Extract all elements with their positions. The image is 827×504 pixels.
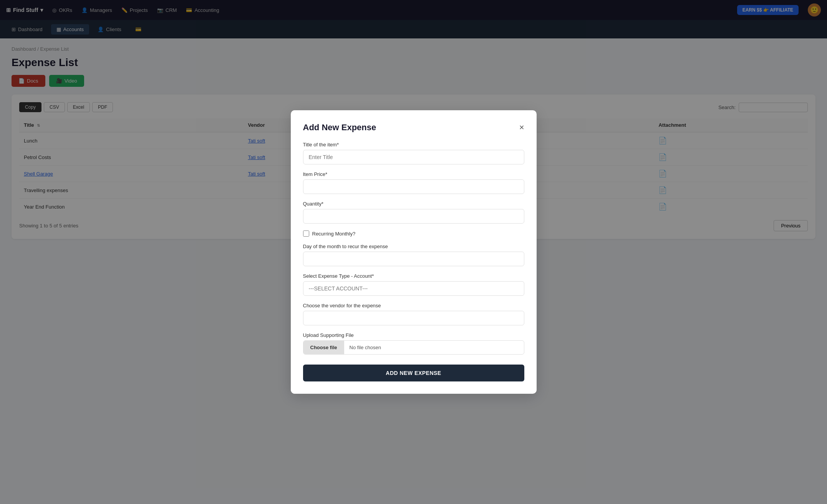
modal-title: Add New Expense: [303, 123, 376, 133]
day-field-label: Day of the month to recur the expense: [303, 244, 524, 249]
account-field-label: Select Expense Type - Account*: [303, 273, 524, 279]
title-input[interactable]: [303, 150, 524, 164]
title-field-label: Title of the item*: [303, 142, 524, 148]
recurring-label[interactable]: Recurring Monthly?: [312, 231, 356, 237]
vendor-field-group: Choose the vendor for the expense ---SEL…: [303, 303, 524, 325]
add-expense-modal: Add New Expense × Title of the item* Ite…: [291, 110, 537, 394]
day-field-group: Day of the month to recur the expense: [303, 244, 524, 266]
modal-header: Add New Expense ×: [303, 123, 524, 133]
choose-file-button[interactable]: Choose file: [303, 341, 344, 354]
account-select[interactable]: ---SELECT ACCOUNT---: [303, 281, 524, 296]
quantity-input[interactable]: [303, 209, 524, 224]
vendor-field-label: Choose the vendor for the expense: [303, 303, 524, 308]
account-field-group: Select Expense Type - Account* ---SELECT…: [303, 273, 524, 296]
file-upload-row: Choose file No file chosen: [303, 340, 524, 355]
modal-overlay[interactable]: Add New Expense × Title of the item* Ite…: [0, 0, 827, 504]
recurring-checkbox[interactable]: [303, 230, 309, 237]
price-input[interactable]: [303, 179, 524, 194]
quantity-field-group: Quantity*: [303, 201, 524, 224]
price-field-group: Item Price*: [303, 171, 524, 194]
price-field-label: Item Price*: [303, 171, 524, 177]
quantity-field-label: Quantity*: [303, 201, 524, 207]
upload-label: Upload Supporting File: [303, 332, 524, 338]
upload-field-group: Upload Supporting File Choose file No fi…: [303, 332, 524, 355]
no-file-text: No file chosen: [344, 341, 386, 354]
day-input[interactable]: [303, 252, 524, 266]
title-field-group: Title of the item*: [303, 142, 524, 164]
modal-close-button[interactable]: ×: [519, 123, 524, 132]
add-expense-button[interactable]: ADD NEW EXPENSE: [303, 365, 524, 381]
vendor-select[interactable]: ---SELECT VENDOR---: [303, 311, 524, 325]
recurring-checkbox-row: Recurring Monthly?: [303, 230, 524, 237]
